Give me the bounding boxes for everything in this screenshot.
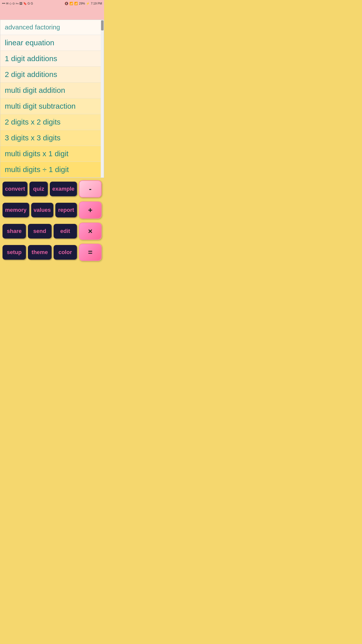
g2-icon: G: [31, 2, 33, 5]
charging-icon: ⚡: [86, 2, 90, 5]
dropdown-item-advanced-factoring[interactable]: advanced factoring: [0, 20, 104, 35]
memory-button[interactable]: memory: [3, 203, 29, 217]
dropdown-menu: advanced factoring linear equation 1 dig…: [0, 20, 104, 178]
plus-button[interactable]: +: [79, 202, 102, 219]
button-row-3: share send edit ×: [3, 223, 102, 240]
share-button[interactable]: share: [3, 224, 26, 238]
minus-button[interactable]: -: [79, 180, 102, 197]
wifi-icon: 📶: [69, 2, 73, 5]
key-icon: 🗝: [16, 2, 19, 5]
g1-icon: G: [28, 2, 30, 5]
dropdown-item-multi-digit-addition[interactable]: multi digit addition: [0, 83, 104, 98]
time-display: 7:19 PM: [91, 2, 102, 5]
email-icon: ✉: [6, 2, 9, 5]
quiz-button[interactable]: quiz: [29, 182, 48, 196]
report-button[interactable]: report: [55, 203, 77, 217]
example-button[interactable]: example: [50, 182, 77, 196]
dropdown-item-2x2digits[interactable]: 2 digits x 2 digits: [0, 114, 104, 130]
dropdown-item-multi-div-1digit[interactable]: multi digits ÷ 1 digit: [0, 162, 104, 178]
button-row-4: setup theme color =: [3, 244, 102, 261]
diamond-icon: ◇: [9, 2, 12, 5]
dropdown-item-3x3digits[interactable]: 3 digits x 3 digits: [0, 130, 104, 146]
send-button[interactable]: send: [28, 224, 51, 238]
main-content: convert quiz example - memory values rep…: [0, 178, 104, 267]
image-icon: 🖼: [19, 2, 22, 5]
status-icons-left: ••• ✉ ◇ ⊙ 🗝 🖼 🔖 G G: [2, 2, 33, 5]
dropdown-item-multi-digit-subtraction[interactable]: multi digit subtraction: [0, 98, 104, 114]
scrollbar-thumb[interactable]: [101, 20, 104, 30]
convert-button[interactable]: convert: [3, 182, 27, 196]
color-button[interactable]: color: [54, 245, 77, 260]
battery-percent: 29%: [79, 2, 85, 5]
dropdown-item-2digit-additions[interactable]: 2 digit additions: [0, 67, 104, 83]
status-icons-right: 🔇 📶 📶 29% ⚡ 7:19 PM: [65, 2, 102, 5]
values-button[interactable]: values: [31, 203, 54, 217]
pink-header: [0, 7, 104, 20]
bookmark-icon: 🔖: [23, 2, 27, 5]
mute-icon: 🔇: [65, 2, 68, 5]
button-row-2: memory values report +: [3, 202, 102, 219]
dropdown-item-linear-equation[interactable]: linear equation: [0, 35, 104, 51]
notification-dots: •••: [2, 2, 5, 5]
chrome-icon: ⊙: [12, 2, 15, 5]
theme-button[interactable]: theme: [28, 245, 51, 260]
status-bar: ••• ✉ ◇ ⊙ 🗝 🖼 🔖 G G 🔇 📶 📶 29% ⚡ 7:19 PM: [0, 0, 104, 7]
setup-button[interactable]: setup: [3, 245, 26, 260]
button-row-1: convert quiz example -: [3, 180, 102, 197]
dropdown-list[interactable]: advanced factoring linear equation 1 dig…: [0, 20, 104, 178]
scrollbar[interactable]: [101, 20, 104, 178]
multiply-button[interactable]: ×: [79, 223, 102, 240]
edit-button[interactable]: edit: [54, 224, 77, 238]
dropdown-item-multi-x-1digit[interactable]: multi digits x 1 digit: [0, 146, 104, 162]
dropdown-item-1digit-additions[interactable]: 1 digit additions: [0, 51, 104, 67]
equals-button[interactable]: =: [79, 244, 102, 261]
signal-icon: 📶: [74, 2, 78, 5]
